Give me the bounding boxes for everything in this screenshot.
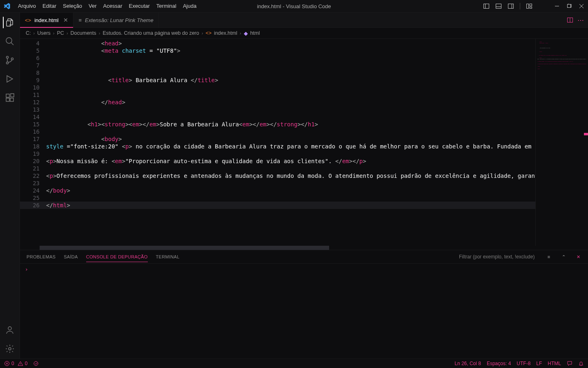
- extensions-icon[interactable]: [4, 92, 16, 103]
- settings-gear-icon[interactable]: [4, 343, 16, 355]
- menu-ajuda[interactable]: Ajuda: [180, 0, 200, 12]
- window-minimize-icon[interactable]: [554, 3, 560, 9]
- status-eol[interactable]: LF: [536, 361, 542, 366]
- tab-close-icon[interactable]: ✕: [63, 17, 68, 23]
- svg-rect-7: [530, 4, 532, 6]
- svg-rect-13: [7, 21, 11, 26]
- tab-label: Extensão: Lunar Pink Theme: [85, 17, 154, 23]
- panel-tab[interactable]: SAÍDA: [64, 254, 78, 259]
- menu-editar[interactable]: Editar: [39, 0, 60, 12]
- breadcrumbs[interactable]: C:›Users›PC›Documents›Estudos. Criando u…: [20, 28, 588, 39]
- svg-rect-8: [530, 7, 532, 9]
- bottom-panel: PROBLEMASSAÍDACONSOLE DE DEPURAÇÃOTERMIN…: [20, 250, 588, 359]
- svg-line-15: [11, 43, 13, 45]
- svg-rect-22: [11, 94, 14, 97]
- menu-terminal[interactable]: Terminal: [153, 0, 180, 12]
- activity-bar: [0, 13, 20, 359]
- svg-point-17: [7, 62, 9, 64]
- menu-bar: ArquivoEditarSeleçãoVerAcessarExecutarTe…: [0, 0, 588, 13]
- status-bell-icon[interactable]: [578, 361, 584, 366]
- console-prompt-icon: ›: [25, 266, 28, 272]
- svg-rect-6: [527, 4, 529, 9]
- breadcrumb-file[interactable]: index.html: [214, 30, 237, 36]
- status-port-icon[interactable]: [33, 361, 39, 366]
- status-errors[interactable]: 0: [4, 361, 14, 366]
- svg-rect-10: [568, 4, 571, 8]
- panel-tab[interactable]: CONSOLE DE DEPURAÇÃO: [86, 254, 148, 262]
- panel-tab[interactable]: TERMINAL: [156, 254, 180, 259]
- menu-seleção[interactable]: Seleção: [60, 0, 85, 12]
- menu-ver[interactable]: Ver: [85, 0, 100, 12]
- layout-panel-right-icon[interactable]: [508, 3, 514, 9]
- panel-filter-input[interactable]: [458, 254, 537, 260]
- more-actions-icon[interactable]: ⋯: [577, 16, 584, 24]
- minimap[interactable]: <head> <meta charset = "UTF8"> <title> B…: [535, 39, 588, 250]
- breadcrumb-item[interactable]: Users: [37, 30, 51, 36]
- split-editor-icon[interactable]: [567, 17, 573, 23]
- extension-icon: ≡: [78, 17, 82, 23]
- status-spaces[interactable]: Espaços: 4: [487, 361, 511, 366]
- window-close-icon[interactable]: [578, 3, 585, 9]
- breadcrumb-item[interactable]: Estudos. Criando uma página web do zero: [102, 30, 199, 36]
- svg-rect-19: [6, 94, 9, 97]
- status-warnings[interactable]: 0: [18, 361, 28, 366]
- status-feedback-icon[interactable]: [567, 361, 572, 366]
- svg-rect-20: [6, 98, 9, 101]
- breadcrumb-item[interactable]: C:: [26, 30, 31, 36]
- html-file-icon: <>: [25, 17, 31, 23]
- explorer-icon[interactable]: [3, 17, 16, 28]
- status-language[interactable]: HTML: [548, 361, 561, 366]
- tab-label: index.html: [34, 17, 58, 23]
- svg-rect-2: [496, 4, 501, 9]
- svg-point-14: [6, 38, 12, 43]
- status-encoding[interactable]: UTF-8: [517, 361, 530, 366]
- svg-point-23: [8, 327, 11, 330]
- customize-layout-icon[interactable]: [526, 3, 532, 9]
- editor-tab[interactable]: ≡Extensão: Lunar Pink Theme: [74, 13, 158, 27]
- search-icon[interactable]: [4, 36, 16, 47]
- window-maximize-icon[interactable]: [566, 3, 572, 9]
- horizontal-scrollbar[interactable]: [40, 246, 539, 250]
- layout-panel-bottom-icon[interactable]: [495, 3, 502, 9]
- panel-collapse-icon[interactable]: ⌃: [560, 254, 567, 260]
- source-control-icon[interactable]: [4, 54, 16, 66]
- vscode-logo-icon: [3, 2, 11, 10]
- svg-rect-4: [508, 4, 514, 9]
- panel-clear-icon[interactable]: ≡: [546, 254, 552, 260]
- status-bar: 0 0 Ln 26, Col 8 Espaços: 4 UTF-8 LF HTM…: [0, 359, 588, 368]
- status-line-col[interactable]: Ln 26, Col 8: [454, 361, 481, 366]
- breadcrumb-symbol[interactable]: html: [250, 30, 260, 36]
- panel-close-icon[interactable]: ✕: [575, 254, 581, 260]
- svg-rect-0: [484, 4, 489, 9]
- breadcrumb-item[interactable]: PC: [57, 30, 64, 36]
- svg-rect-21: [10, 98, 13, 101]
- menu-executar[interactable]: Executar: [126, 0, 153, 12]
- layout-panel-left-icon[interactable]: [483, 3, 490, 9]
- svg-point-31: [34, 361, 38, 366]
- editor-tab-bar: <>index.html✕≡Extensão: Lunar Pink Theme…: [20, 13, 588, 28]
- panel-tab[interactable]: PROBLEMAS: [27, 254, 56, 259]
- editor-tab[interactable]: <>index.html✕: [20, 13, 74, 27]
- run-debug-icon[interactable]: [4, 73, 16, 85]
- breadcrumb-item[interactable]: Documents: [71, 30, 96, 36]
- menu-acessar[interactable]: Acessar: [100, 0, 126, 12]
- svg-point-24: [9, 348, 11, 350]
- svg-point-16: [7, 56, 9, 58]
- debug-console-body[interactable]: ›: [20, 264, 588, 359]
- accounts-icon[interactable]: [4, 324, 16, 336]
- menu-arquivo[interactable]: Arquivo: [15, 0, 39, 12]
- svg-point-18: [11, 58, 13, 60]
- code-editor[interactable]: 4 <head>5 <meta charset = "UTF8">6 7 8 9…: [20, 39, 535, 250]
